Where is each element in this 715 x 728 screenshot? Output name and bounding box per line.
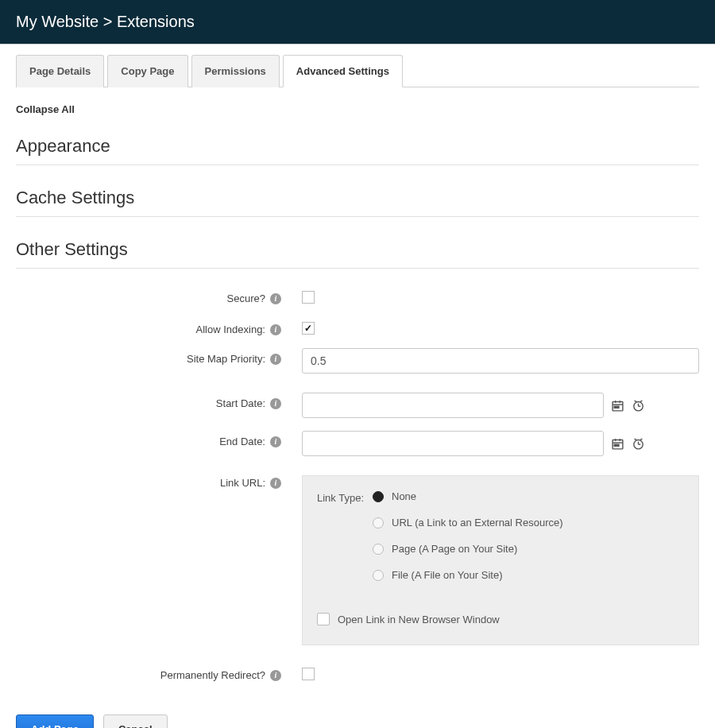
site-map-priority-input[interactable] [302,348,699,374]
clock-icon[interactable] [631,436,645,451]
link-type-radio-file[interactable]: File (A File on Your Site) [373,569,684,581]
section-cache-settings[interactable]: Cache Settings [16,180,699,217]
link-type-label: Link Type: [317,490,373,504]
link-type-radio-url[interactable]: URL (a Link to an External Resource) [373,517,684,529]
radio-icon [373,517,384,529]
section-appearance[interactable]: Appearance [16,128,699,165]
svg-rect-5 [616,406,618,408]
checkbox-icon [317,613,330,625]
breadcrumb-sep: > [103,13,113,30]
tab-advanced-settings[interactable]: Advanced Settings [283,55,403,87]
svg-line-10 [640,401,642,401]
tab-permissions[interactable]: Permissions [191,55,280,87]
site-map-priority-label: Site Map Priority: i [16,348,286,365]
allow-indexing-label: Allow Indexing: i [16,319,286,335]
svg-rect-16 [616,444,618,446]
svg-line-9 [634,401,636,401]
permanently-redirect-label: Permanently Redirect? i [16,664,286,681]
tabs: Page Details Copy Page Permissions Advan… [16,54,699,87]
info-icon[interactable]: i [270,324,281,335]
end-date-input[interactable] [302,431,604,456]
info-icon[interactable]: i [270,354,281,365]
calendar-icon[interactable] [610,436,624,451]
breadcrumb-site: My Website [16,13,99,30]
permanently-redirect-checkbox[interactable] [302,668,315,680]
collapse-all-link[interactable]: Collapse All [16,103,699,115]
svg-rect-4 [614,406,616,408]
link-type-radio-none[interactable]: None [373,490,684,502]
svg-rect-15 [614,444,616,446]
link-type-radio-page[interactable]: Page (A Page on Your Site) [373,543,684,555]
info-icon[interactable]: i [270,670,281,681]
link-type-panel: Link Type: None URL (a Link to an Extern… [302,475,699,645]
start-date-label: Start Date: i [16,393,286,409]
link-url-label: Link URL: i [16,475,286,489]
breadcrumb: My Website > Extensions [0,0,715,45]
breadcrumb-page: Extensions [117,13,195,30]
tab-copy-page[interactable]: Copy Page [107,55,187,87]
add-page-button[interactable]: Add Page [16,714,94,728]
info-icon[interactable]: i [270,398,281,409]
info-icon[interactable]: i [270,436,281,447]
start-date-input[interactable] [302,393,604,418]
section-other-settings[interactable]: Other Settings [16,231,699,269]
tab-page-details[interactable]: Page Details [16,55,104,87]
calendar-icon[interactable] [610,398,624,412]
radio-icon [373,491,384,502]
allow-indexing-checkbox[interactable] [302,322,315,335]
info-icon[interactable]: i [270,293,281,304]
clock-icon[interactable] [631,398,645,412]
svg-line-21 [640,439,642,440]
open-link-new-window-checkbox[interactable]: Open Link in New Browser Window [317,613,684,625]
secure-label: Secure? i [16,288,286,304]
info-icon[interactable]: i [270,478,281,489]
secure-checkbox[interactable] [302,291,315,304]
radio-icon [373,544,384,555]
end-date-label: End Date: i [16,431,286,447]
radio-icon [373,570,384,581]
cancel-button[interactable]: Cancel [103,714,168,728]
svg-line-20 [634,439,636,440]
